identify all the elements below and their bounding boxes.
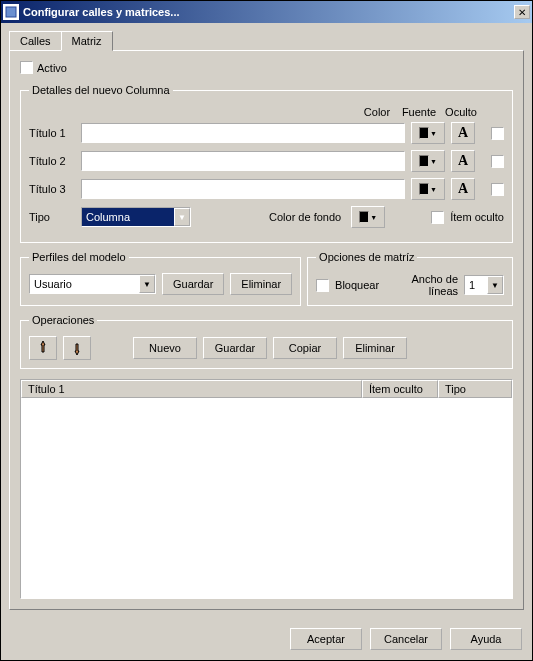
- caret-down-icon: ▼: [139, 275, 155, 293]
- hand-down-icon: [71, 340, 83, 356]
- listview-header: Título 1 Ítem oculto Tipo: [21, 380, 512, 398]
- color-swatch-icon: [419, 183, 429, 195]
- eliminar-button[interactable]: Eliminar: [343, 337, 407, 359]
- header-fuente: Fuente: [401, 106, 437, 118]
- operaciones-group: Operaciones Nuevo Guardar Copiar Elimina…: [20, 314, 513, 369]
- ayuda-button[interactable]: Ayuda: [450, 628, 522, 650]
- move-up-button[interactable]: [29, 336, 57, 360]
- titulo1-label: Título 1: [29, 127, 75, 139]
- titulo3-input[interactable]: [81, 179, 405, 199]
- col-tipo[interactable]: Tipo: [438, 380, 512, 398]
- client-area: Calles Matriz Activo Detalles del nuevo …: [1, 23, 532, 618]
- caret-down-icon: ▼: [174, 208, 190, 226]
- color-swatch-icon: [359, 211, 369, 223]
- caret-down-icon: ▼: [487, 276, 503, 294]
- titulo1-color-button[interactable]: ▼: [411, 122, 445, 144]
- activo-label: Activo: [37, 62, 67, 74]
- caret-down-icon: ▼: [370, 214, 377, 221]
- header-oculto: Oculto: [443, 106, 479, 118]
- ancho-value: 1: [465, 279, 487, 291]
- color-fondo-button[interactable]: ▼: [351, 206, 385, 228]
- caret-down-icon: ▼: [430, 186, 437, 193]
- col-titulo[interactable]: Título 1: [21, 380, 362, 398]
- opciones-group: Opciones de matríz Bloquear Ancho de lín…: [307, 251, 513, 306]
- items-listview[interactable]: Título 1 Ítem oculto Tipo: [20, 379, 513, 599]
- tab-panel-matriz: Activo Detalles del nuevo Columna Color …: [9, 50, 524, 610]
- titulo3-color-button[interactable]: ▼: [411, 178, 445, 200]
- bloquear-label: Bloquear: [335, 279, 379, 291]
- ancho-label: Ancho de líneas: [385, 273, 458, 297]
- operaciones-legend: Operaciones: [29, 314, 97, 326]
- caret-down-icon: ▼: [430, 158, 437, 165]
- perfiles-legend: Perfiles del modelo: [29, 251, 129, 263]
- window-title: Configurar calles y matrices...: [23, 6, 514, 18]
- aceptar-button[interactable]: Aceptar: [290, 628, 362, 650]
- perfiles-eliminar-button[interactable]: Eliminar: [230, 273, 292, 295]
- tab-matriz[interactable]: Matriz: [61, 31, 113, 51]
- titulo1-oculto-checkbox[interactable]: [491, 127, 504, 140]
- perfiles-guardar-button[interactable]: Guardar: [162, 273, 224, 295]
- titulo2-label: Título 2: [29, 155, 75, 167]
- move-down-button[interactable]: [63, 336, 91, 360]
- color-fondo-label: Color de fondo: [197, 211, 345, 223]
- perfiles-value: Usuario: [30, 278, 139, 290]
- color-swatch-icon: [419, 155, 429, 167]
- perfiles-group: Perfiles del modelo Usuario ▼ Guardar El…: [20, 251, 301, 306]
- perfiles-dropdown[interactable]: Usuario ▼: [29, 274, 156, 294]
- titulo3-label: Título 3: [29, 183, 75, 195]
- titulo2-input[interactable]: [81, 151, 405, 171]
- cancelar-button[interactable]: Cancelar: [370, 628, 442, 650]
- tab-calles[interactable]: Calles: [9, 31, 62, 50]
- opciones-legend: Opciones de matríz: [316, 251, 417, 263]
- copiar-button[interactable]: Copiar: [273, 337, 337, 359]
- dialog-window: Configurar calles y matrices... ✕ Calles…: [0, 0, 533, 661]
- tab-strip: Calles Matriz: [9, 31, 524, 50]
- titulo2-font-button[interactable]: A: [451, 150, 475, 172]
- svg-rect-0: [6, 7, 16, 17]
- caret-down-icon: ▼: [430, 130, 437, 137]
- close-button[interactable]: ✕: [514, 5, 530, 19]
- titlebar: Configurar calles y matrices... ✕: [1, 1, 532, 23]
- hand-up-icon: [37, 340, 49, 356]
- tipo-label: Tipo: [29, 211, 75, 223]
- detalles-legend: Detalles del nuevo Columna: [29, 84, 173, 96]
- app-icon: [3, 4, 19, 20]
- dialog-buttons: Aceptar Cancelar Ayuda: [1, 618, 532, 660]
- titulo1-font-button[interactable]: A: [451, 122, 475, 144]
- color-swatch-icon: [419, 127, 429, 139]
- ancho-dropdown[interactable]: 1 ▼: [464, 275, 504, 295]
- tipo-dropdown[interactable]: Columna ▼: [81, 207, 191, 227]
- detalles-group: Detalles del nuevo Columna Color Fuente …: [20, 84, 513, 243]
- titulo3-font-button[interactable]: A: [451, 178, 475, 200]
- nuevo-button[interactable]: Nuevo: [133, 337, 197, 359]
- item-oculto-checkbox[interactable]: [431, 211, 444, 224]
- item-oculto-label: Ítem oculto: [450, 211, 504, 223]
- titulo2-color-button[interactable]: ▼: [411, 150, 445, 172]
- listview-body[interactable]: [21, 398, 512, 598]
- titulo2-oculto-checkbox[interactable]: [491, 155, 504, 168]
- titulo3-oculto-checkbox[interactable]: [491, 183, 504, 196]
- titulo1-input[interactable]: [81, 123, 405, 143]
- col-item-oculto[interactable]: Ítem oculto: [362, 380, 438, 398]
- tipo-value: Columna: [82, 211, 174, 223]
- guardar-button[interactable]: Guardar: [203, 337, 267, 359]
- activo-checkbox[interactable]: [20, 61, 33, 74]
- bloquear-checkbox[interactable]: [316, 279, 329, 292]
- header-color: Color: [359, 106, 395, 118]
